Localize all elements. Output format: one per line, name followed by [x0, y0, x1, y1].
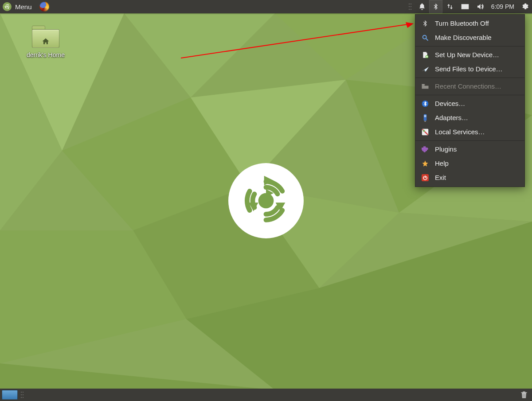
menu-item-label: Set Up New Device… — [435, 51, 499, 59]
svg-point-27 — [411, 4, 411, 4]
svg-point-31 — [411, 9, 411, 10]
bluetooth-indicator[interactable] — [429, 0, 442, 13]
home-folder-label: derrik's Home — [19, 51, 72, 58]
menu-item-label: Adapters… — [435, 113, 468, 122]
svg-rect-40 — [424, 121, 426, 122]
svg-point-52 — [23, 392, 23, 393]
bluetooth-icon — [432, 2, 439, 11]
menu-item-label: Help — [435, 159, 449, 168]
top-panel: Menu 6:09 PM — [0, 0, 532, 13]
svg-point-26 — [409, 4, 410, 4]
menu-separator — [415, 95, 524, 95]
mate-logo — [228, 163, 304, 238]
show-desktop-button[interactable] — [2, 390, 18, 400]
updown-arrows-icon — [446, 3, 454, 11]
menu-item-label: Make Discoverable — [435, 33, 492, 42]
svg-line-33 — [426, 39, 428, 40]
session-indicator[interactable] — [518, 0, 532, 13]
envelope-icon — [461, 3, 469, 10]
menu-separator — [415, 78, 524, 78]
svg-point-29 — [411, 6, 411, 7]
home-folder-desktop-icon[interactable]: derrik's Home — [19, 26, 72, 58]
svg-point-28 — [409, 6, 410, 7]
firefox-icon — [39, 2, 49, 12]
send-icon — [421, 65, 430, 74]
sound-indicator[interactable] — [473, 0, 488, 13]
menu-item-label: Turn Bluetooth Off — [435, 19, 489, 28]
menu-item-label: Recent Connections… — [435, 82, 501, 91]
menu-item-label: Exit — [435, 173, 446, 182]
bottom-panel — [0, 389, 532, 401]
menu-item[interactable]: Exit — [415, 171, 524, 185]
svg-point-30 — [409, 9, 410, 10]
plugin-icon — [421, 145, 430, 154]
menu-separator — [415, 46, 524, 47]
adapter-icon — [421, 113, 430, 122]
menu-item[interactable]: Devices… — [415, 97, 524, 111]
panel-grip[interactable] — [18, 389, 27, 401]
menu-item-label: Plugins — [435, 145, 457, 154]
bluetooth-menu: Turn Bluetooth OffMake DiscoverableSet U… — [415, 14, 525, 187]
services-icon — [421, 128, 430, 136]
menu-item[interactable]: Help — [415, 156, 524, 171]
menu-item-label: Send Files to Device… — [435, 65, 503, 74]
menu-item[interactable]: Plugins — [415, 142, 524, 156]
document-add-icon — [421, 51, 430, 59]
folder-icon — [421, 82, 430, 91]
menu-item[interactable]: Adapters… — [415, 111, 524, 125]
network-indicator[interactable] — [442, 0, 458, 13]
star-icon — [421, 159, 430, 168]
notifications-indicator[interactable] — [415, 0, 429, 13]
bell-icon — [418, 3, 426, 11]
bluetooth-badge-icon — [421, 99, 430, 108]
menu-label: Menu — [15, 3, 32, 11]
svg-point-53 — [21, 394, 22, 395]
menu-separator — [415, 140, 524, 141]
menu-item[interactable]: Local Services… — [415, 125, 524, 139]
trash-icon — [520, 390, 528, 400]
search-icon — [421, 33, 430, 42]
svg-point-51 — [21, 392, 22, 393]
menu-item[interactable]: Make Discoverable — [415, 31, 524, 45]
svg-point-21 — [6, 6, 8, 8]
clock[interactable]: 6:09 PM — [488, 0, 518, 13]
volume-icon — [476, 3, 485, 11]
svg-point-55 — [21, 397, 22, 398]
mail-indicator[interactable] — [458, 0, 473, 13]
trash-applet[interactable] — [519, 389, 529, 400]
panel-grip[interactable] — [405, 0, 415, 13]
firefox-launcher[interactable] — [36, 0, 52, 13]
menu-button[interactable]: Menu — [0, 0, 36, 13]
svg-rect-39 — [424, 115, 426, 117]
menu-item[interactable]: Set Up New Device… — [415, 48, 524, 62]
bluetooth-icon — [421, 19, 430, 28]
menu-item: Recent Connections… — [415, 79, 524, 93]
gear-icon — [521, 3, 529, 11]
menu-item[interactable]: Turn Bluetooth Off — [415, 16, 524, 31]
menu-item-label: Local Services… — [435, 128, 485, 136]
svg-point-56 — [23, 397, 23, 398]
distributor-logo-icon — [3, 2, 12, 11]
menu-item[interactable]: Send Files to Device… — [415, 62, 524, 76]
svg-rect-43 — [423, 130, 425, 132]
svg-point-54 — [23, 394, 23, 395]
svg-point-23 — [8, 4, 8, 5]
menu-item-label: Devices… — [435, 99, 465, 108]
power-icon — [421, 173, 430, 182]
